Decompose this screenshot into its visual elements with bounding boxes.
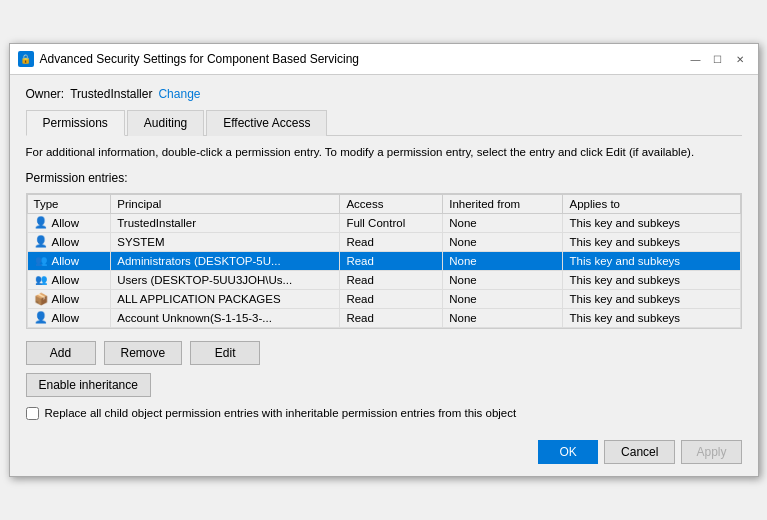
col-header-applies: Applies to xyxy=(563,194,740,213)
cell-access: Read xyxy=(340,270,443,289)
section-label: Permission entries: xyxy=(26,171,742,185)
cancel-button[interactable]: Cancel xyxy=(604,440,675,464)
type-label: Allow xyxy=(52,217,79,229)
tab-permissions[interactable]: Permissions xyxy=(26,110,125,136)
owner-label: Owner: xyxy=(26,87,65,101)
package-icon: 📦 xyxy=(34,292,48,306)
cell-applies: This key and subkeys xyxy=(563,270,740,289)
table-row[interactable]: 👤Allow TrustedInstaller Full Control Non… xyxy=(27,213,740,232)
cell-type: 👥Allow xyxy=(27,270,111,289)
close-button[interactable]: ✕ xyxy=(730,50,750,68)
cell-principal: ALL APPLICATION PACKAGES xyxy=(111,289,340,308)
ok-button[interactable]: OK xyxy=(538,440,598,464)
window-icon: 🔒 xyxy=(18,51,34,67)
cell-access: Read xyxy=(340,251,443,270)
action-buttons: Add Remove Edit xyxy=(26,341,742,365)
edit-button[interactable]: Edit xyxy=(190,341,260,365)
apply-button[interactable]: Apply xyxy=(681,440,741,464)
add-button[interactable]: Add xyxy=(26,341,96,365)
cell-access: Read xyxy=(340,232,443,251)
table-row[interactable]: 👥Allow Administrators (DESKTOP-5U... Rea… xyxy=(27,251,740,270)
cell-access: Full Control xyxy=(340,213,443,232)
main-window: 🔒 Advanced Security Settings for Compone… xyxy=(9,43,759,476)
cell-type: 📦Allow xyxy=(27,289,111,308)
cell-inherited: None xyxy=(443,232,563,251)
user-icon: 👤 xyxy=(34,216,48,230)
col-header-type: Type xyxy=(27,194,111,213)
type-label: Allow xyxy=(52,274,79,286)
user-icon: 👤 xyxy=(34,235,48,249)
owner-row: Owner: TrustedInstaller Change xyxy=(26,87,742,101)
enable-inheritance-button[interactable]: Enable inheritance xyxy=(26,373,151,397)
cell-applies: This key and subkeys xyxy=(563,289,740,308)
col-header-principal: Principal xyxy=(111,194,340,213)
cell-type: 👤Allow xyxy=(27,232,111,251)
user-icon: 👤 xyxy=(34,311,48,325)
minimize-button[interactable]: — xyxy=(686,50,706,68)
cell-principal: Users (DESKTOP-5UU3JOH\Us... xyxy=(111,270,340,289)
cell-applies: This key and subkeys xyxy=(563,232,740,251)
permission-table-container[interactable]: Type Principal Access Inherited from App… xyxy=(26,193,742,329)
table-row[interactable]: 👤Allow Account Unknown(S-1-15-3-... Read… xyxy=(27,308,740,327)
type-label: Allow xyxy=(52,293,79,305)
cell-inherited: None xyxy=(443,308,563,327)
cell-principal: Administrators (DESKTOP-5U... xyxy=(111,251,340,270)
type-label: Allow xyxy=(52,236,79,248)
inheritance-row: Enable inheritance xyxy=(26,373,742,397)
cell-access: Read xyxy=(340,308,443,327)
cell-type: 👤Allow xyxy=(27,213,111,232)
title-bar: 🔒 Advanced Security Settings for Compone… xyxy=(10,44,758,75)
table-row[interactable]: 📦Allow ALL APPLICATION PACKAGES Read Non… xyxy=(27,289,740,308)
tab-auditing[interactable]: Auditing xyxy=(127,110,204,136)
info-text: For additional information, double-click… xyxy=(26,144,742,160)
group-icon: 👥 xyxy=(34,273,48,287)
type-label: Allow xyxy=(52,255,79,267)
type-label: Allow xyxy=(52,312,79,324)
cell-applies: This key and subkeys xyxy=(563,308,740,327)
cell-principal: SYSTEM xyxy=(111,232,340,251)
group-icon: 👥 xyxy=(34,254,48,268)
window-title: Advanced Security Settings for Component… xyxy=(40,52,680,66)
change-owner-link[interactable]: Change xyxy=(158,87,200,101)
cell-access: Read xyxy=(340,289,443,308)
replace-permissions-label[interactable]: Replace all child object permission entr… xyxy=(45,407,517,419)
remove-button[interactable]: Remove xyxy=(104,341,183,365)
cell-inherited: None xyxy=(443,213,563,232)
tab-bar: Permissions Auditing Effective Access xyxy=(26,109,742,136)
cell-type: 👤Allow xyxy=(27,308,111,327)
replace-permissions-checkbox[interactable] xyxy=(26,407,39,420)
cell-applies: This key and subkeys xyxy=(563,213,740,232)
cell-inherited: None xyxy=(443,289,563,308)
owner-value: TrustedInstaller xyxy=(70,87,152,101)
maximize-button[interactable]: ☐ xyxy=(708,50,728,68)
replace-permissions-row: Replace all child object permission entr… xyxy=(26,407,742,420)
tab-effective-access[interactable]: Effective Access xyxy=(206,110,327,136)
window-controls: — ☐ ✕ xyxy=(686,50,750,68)
cell-inherited: None xyxy=(443,251,563,270)
col-header-access: Access xyxy=(340,194,443,213)
dialog-content: Owner: TrustedInstaller Change Permissio… xyxy=(10,75,758,431)
permission-table: Type Principal Access Inherited from App… xyxy=(27,194,741,328)
table-row[interactable]: 👥Allow Users (DESKTOP-5UU3JOH\Us... Read… xyxy=(27,270,740,289)
cell-principal: TrustedInstaller xyxy=(111,213,340,232)
table-row[interactable]: 👤Allow SYSTEM Read None This key and sub… xyxy=(27,232,740,251)
col-header-inherited: Inherited from xyxy=(443,194,563,213)
cell-applies: This key and subkeys xyxy=(563,251,740,270)
dialog-footer: OK Cancel Apply xyxy=(10,432,758,476)
cell-inherited: None xyxy=(443,270,563,289)
cell-principal: Account Unknown(S-1-15-3-... xyxy=(111,308,340,327)
cell-type: 👥Allow xyxy=(27,251,111,270)
